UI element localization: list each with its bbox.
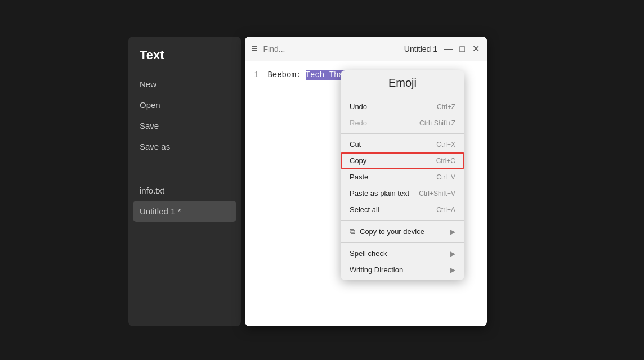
context-menu-cut[interactable]: Cut Ctrl+X bbox=[341, 136, 464, 152]
paste-label: Paste bbox=[350, 173, 368, 181]
sidebar-files: info.txt Untitled 1 * bbox=[128, 180, 241, 222]
editor-title: Untitled 1 bbox=[404, 44, 437, 53]
paste-plain-shortcut: Ctrl+Shift+V bbox=[419, 190, 455, 197]
copy-icon: ⧉ bbox=[350, 227, 355, 236]
cut-shortcut: Ctrl+X bbox=[436, 141, 455, 148]
undo-label: Undo bbox=[350, 102, 367, 111]
context-menu-copy-device[interactable]: ⧉ Copy to your device ▶ bbox=[341, 223, 464, 240]
copy-shortcut: Ctrl+C bbox=[436, 157, 455, 165]
context-menu-spellcheck[interactable]: Spell check ▶ bbox=[341, 245, 464, 262]
sidebar-nav: New Open Save Save as bbox=[128, 74, 241, 157]
search-input[interactable] bbox=[263, 44, 397, 53]
file-item-info[interactable]: info.txt bbox=[128, 180, 241, 201]
sidebar-divider bbox=[128, 174, 241, 174]
copy-device-label: Copy to your device bbox=[360, 227, 450, 236]
redo-label: Redo bbox=[350, 119, 367, 127]
context-menu-writing-direction[interactable]: Writing Direction ▶ bbox=[341, 262, 464, 278]
copy-device-arrow: ▶ bbox=[450, 228, 455, 236]
context-menu-undo[interactable]: Undo Ctrl+Z bbox=[341, 98, 464, 115]
separator-2 bbox=[341, 133, 464, 134]
sidebar: Text New Open Save Save as info.txt Unti… bbox=[128, 37, 241, 326]
context-menu-selectall[interactable]: Select all Ctrl+A bbox=[341, 201, 464, 218]
selectall-label: Select all bbox=[350, 205, 379, 214]
sidebar-item-new[interactable]: New bbox=[128, 74, 241, 94]
sidebar-item-save[interactable]: Save bbox=[128, 115, 241, 136]
paste-plain-label: Paste as plain text bbox=[350, 189, 409, 197]
editor-titlebar: ≡ Untitled 1 — □ ✕ bbox=[245, 37, 487, 61]
file-item-untitled[interactable]: Untitled 1 * bbox=[133, 201, 236, 222]
close-button[interactable]: ✕ bbox=[471, 44, 480, 53]
undo-shortcut: Ctrl+Z bbox=[437, 103, 455, 111]
redo-shortcut: Ctrl+Shift+Z bbox=[419, 119, 455, 127]
maximize-button[interactable]: □ bbox=[458, 44, 467, 53]
selectall-shortcut: Ctrl+A bbox=[436, 206, 455, 214]
context-menu: Emoji Undo Ctrl+Z Redo Ctrl+Shift+Z Cut … bbox=[341, 70, 464, 280]
writing-direction-arrow: ▶ bbox=[450, 266, 455, 274]
cut-label: Cut bbox=[350, 140, 361, 148]
paste-shortcut: Ctrl+V bbox=[436, 173, 455, 181]
context-menu-paste-plain[interactable]: Paste as plain text Ctrl+Shift+V bbox=[341, 185, 464, 201]
context-menu-paste[interactable]: Paste Ctrl+V bbox=[341, 169, 464, 185]
writing-direction-label: Writing Direction bbox=[350, 266, 450, 274]
line-number: 1 bbox=[254, 70, 258, 79]
emoji-label: Emoji bbox=[388, 76, 417, 89]
minimize-button[interactable]: — bbox=[444, 44, 453, 53]
sidebar-title: Text bbox=[128, 48, 241, 74]
copy-label: Copy bbox=[350, 156, 366, 165]
hamburger-icon[interactable]: ≡ bbox=[252, 43, 258, 55]
separator-1 bbox=[341, 96, 464, 96]
separator-4 bbox=[341, 242, 464, 243]
spellcheck-label: Spell check bbox=[350, 249, 450, 258]
sidebar-item-open[interactable]: Open bbox=[128, 94, 241, 115]
context-menu-emoji[interactable]: Emoji bbox=[341, 73, 464, 93]
context-menu-copy[interactable]: Copy Ctrl+C bbox=[341, 152, 464, 169]
code-prefix: Beebom: bbox=[267, 70, 305, 79]
editor-controls: — □ ✕ bbox=[444, 44, 480, 53]
spellcheck-arrow: ▶ bbox=[450, 250, 455, 258]
sidebar-item-saveas[interactable]: Save as bbox=[128, 136, 241, 157]
separator-3 bbox=[341, 220, 464, 220]
context-menu-redo[interactable]: Redo Ctrl+Shift+Z bbox=[341, 115, 464, 131]
